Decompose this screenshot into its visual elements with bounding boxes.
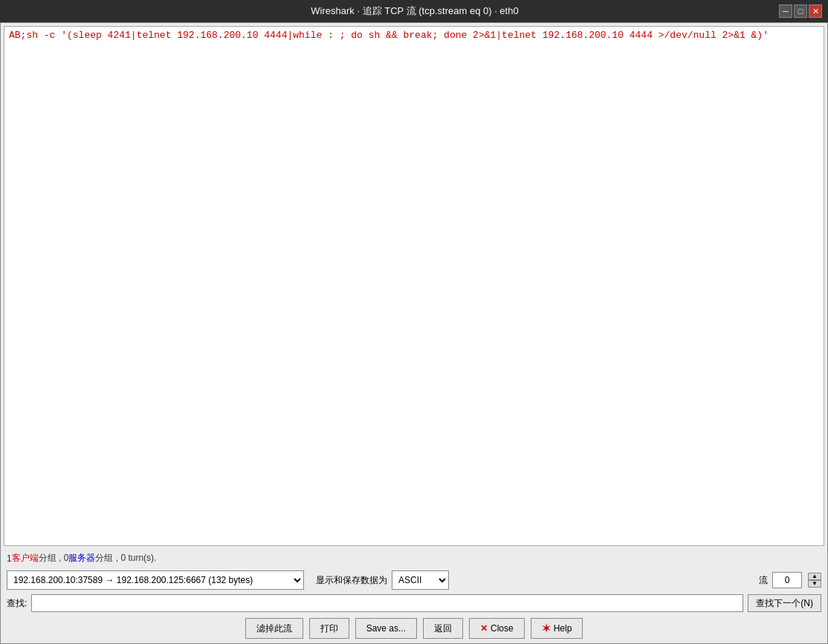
status-middle1: 分组 , 0 <box>39 552 69 565</box>
main-window: AB;sh -c '(sleep 4241|telnet 192.168.200… <box>0 22 828 644</box>
print-button[interactable]: 打印 <box>309 618 349 639</box>
tcp-stream-content: AB;sh -c '(sleep 4241|telnet 192.168.200… <box>4 26 824 546</box>
status-middle2: 分组 , 0 turn(s). <box>95 552 156 565</box>
maximize-button[interactable]: □ <box>794 4 807 18</box>
title-bar: Wireshark · 追踪 TCP 流 (tcp.stream eq 0) ·… <box>0 0 828 22</box>
back-button[interactable]: 返回 <box>423 618 463 639</box>
stream-select[interactable]: 192.168.200.10:37589 → 192.168.200.125:6… <box>7 570 304 590</box>
encoding-select[interactable]: ASCII Hex C Arrays Raw <box>392 570 449 590</box>
client-label: 客户端 <box>12 552 39 565</box>
stream-spinner-down[interactable]: ▼ <box>808 580 821 588</box>
search-label: 查找: <box>7 597 27 610</box>
window-controls[interactable]: ─ □ ✕ <box>779 4 822 18</box>
buttons-row: 滤掉此流 打印 Save as... 返回 ✕ Close ✶ Help <box>1 614 827 643</box>
window-title: Wireshark · 追踪 TCP 流 (tcp.stream eq 0) ·… <box>51 4 779 18</box>
find-next-button[interactable]: 查找下一个(N) <box>748 594 821 612</box>
minimize-button[interactable]: ─ <box>779 4 792 18</box>
server-label: 服务器 <box>68 552 95 565</box>
help-button[interactable]: ✶ Help <box>531 618 583 639</box>
filter-button[interactable]: 滤掉此流 <box>245 618 303 639</box>
save-as-button[interactable]: Save as... <box>355 618 417 639</box>
window-close-button[interactable]: ✕ <box>809 4 822 18</box>
search-input[interactable] <box>31 594 743 612</box>
help-icon: ✶ <box>542 622 551 634</box>
status-bar: 1 客户端 分组 , 0 服务器 分组 , 0 turn(s). <box>1 549 827 567</box>
display-label: 显示和保存数据为 <box>316 574 387 587</box>
stream-number-input[interactable] <box>772 572 802 588</box>
help-label: Help <box>554 623 572 634</box>
search-row: 查找: 查找下一个(N) <box>1 593 827 614</box>
stream-spinner-up[interactable]: ▲ <box>808 573 821 580</box>
close-x-icon: ✕ <box>480 623 488 634</box>
tcp-data-text: AB;sh -c '(sleep 4241|telnet 192.168.200… <box>9 30 819 41</box>
close-label: Close <box>491 623 514 634</box>
stream-spinner[interactable]: ▲ ▼ <box>808 573 821 588</box>
status-prefix: 1 <box>7 553 12 564</box>
controls-row: 192.168.200.10:37589 → 192.168.200.125:6… <box>1 567 827 593</box>
close-button[interactable]: ✕ Close <box>469 618 525 639</box>
stream-num-label: 流 <box>759 574 768 587</box>
